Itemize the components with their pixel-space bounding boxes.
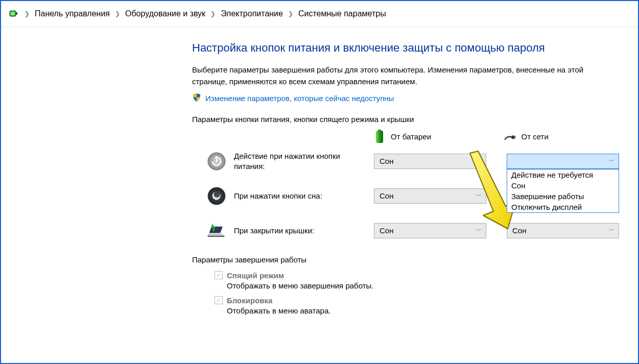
column-battery-label: От батареи bbox=[391, 132, 431, 141]
section-label-shutdown: Параметры завершения работы bbox=[192, 255, 614, 264]
chevron-down-icon: ﹀ bbox=[476, 192, 482, 200]
columns-header: От батареи От сети bbox=[192, 130, 614, 144]
page-title: Настройка кнопок питания и включение защ… bbox=[192, 41, 614, 55]
combo-sleep-battery[interactable]: Сон ﹀ bbox=[374, 188, 486, 204]
chevron-down-icon: ﹀ bbox=[609, 157, 614, 165]
dropdown-option[interactable]: Действие не требуется bbox=[507, 169, 619, 180]
chevron-down-icon: ﹀ bbox=[609, 227, 614, 234]
combo-lid-plugged[interactable]: Сон ﹀ bbox=[507, 223, 619, 238]
row-lid-close: При закрытии крышки: Сон ﹀ Сон ﹀ bbox=[192, 221, 614, 241]
combo-power-battery[interactable]: Сон ﹀ bbox=[374, 154, 486, 169]
shutdown-section: Параметры завершения работы ✓ Спящий реж… bbox=[192, 255, 614, 315]
breadcrumb-item-power[interactable]: Электропитание bbox=[221, 9, 283, 18]
power-button-icon bbox=[206, 151, 227, 172]
chevron-right-icon: ❯ bbox=[114, 10, 121, 17]
chevron-right-icon: ❯ bbox=[23, 10, 31, 17]
svg-rect-7 bbox=[514, 137, 515, 138]
chevron-right-icon: ❯ bbox=[287, 10, 294, 17]
combo-value: Сон bbox=[512, 226, 526, 235]
content-area: Настройка кнопок питания и включение защ… bbox=[1, 27, 634, 326]
breadcrumb: ❯ Панель управления ❯ Оборудование и зву… bbox=[1, 1, 638, 27]
check-row-lock: ✓ Блокировка Отображать в меню аватара. bbox=[192, 296, 614, 315]
page-description: Выберите параметры завершения работы для… bbox=[192, 64, 614, 88]
svg-point-11 bbox=[208, 187, 225, 205]
combo-power-plugged[interactable]: ﹀ Действие не требуется Сон Завершение р… bbox=[507, 154, 619, 169]
chevron-right-icon: ❯ bbox=[209, 10, 217, 17]
svg-rect-6 bbox=[514, 136, 515, 137]
window: ❯ Панель управления ❯ Оборудование и зву… bbox=[0, 0, 639, 364]
change-unavailable-settings-link[interactable]: Изменение параметров, которые сейчас нед… bbox=[205, 94, 394, 103]
section-label-buttons: Параметры кнопки питания, кнопки спящего… bbox=[192, 115, 614, 124]
dropdown-power-plugged: Действие не требуется Сон Завершение раб… bbox=[507, 169, 619, 213]
chevron-down-icon: ﹀ bbox=[476, 157, 482, 165]
plug-icon bbox=[504, 130, 516, 144]
battery-icon bbox=[373, 130, 386, 144]
svg-rect-4 bbox=[376, 131, 383, 143]
breadcrumb-item-system-settings[interactable]: Системные параметры bbox=[298, 9, 386, 18]
uac-link-row: Изменение параметров, которые сейчас нед… bbox=[192, 93, 614, 104]
checkbox-lock-desc: Отображать в меню аватара. bbox=[215, 306, 614, 315]
dropdown-option[interactable]: Отключить дисплей bbox=[507, 202, 619, 212]
dropdown-option[interactable]: Сон bbox=[507, 180, 619, 191]
laptop-lid-icon bbox=[206, 221, 227, 241]
row-lid-label: При закрытии крышки: bbox=[234, 226, 367, 236]
checkbox-sleep[interactable]: ✓ bbox=[215, 271, 223, 279]
power-options-icon bbox=[8, 8, 19, 19]
svg-rect-1 bbox=[16, 12, 17, 15]
breadcrumb-item-control-panel[interactable]: Панель управления bbox=[35, 9, 110, 18]
dropdown-option[interactable]: Завершение работы bbox=[507, 191, 619, 202]
svg-rect-5 bbox=[511, 135, 514, 138]
checkbox-sleep-label: Спящий режим bbox=[227, 271, 284, 280]
shield-icon bbox=[192, 93, 201, 104]
checkbox-sleep-desc: Отображать в меню завершения работы. bbox=[215, 281, 614, 290]
combo-value: Сон bbox=[380, 191, 393, 200]
column-battery: От батареи bbox=[373, 130, 484, 144]
checkbox-lock-label: Блокировка bbox=[227, 296, 272, 305]
row-power-label: Действие при нажатии кнопки питания: bbox=[234, 151, 367, 171]
combo-value: Сон bbox=[380, 226, 393, 235]
sleep-button-icon bbox=[206, 186, 227, 206]
combo-value: Сон bbox=[380, 157, 393, 165]
checkbox-lock[interactable]: ✓ bbox=[215, 296, 223, 304]
column-plugged: От сети bbox=[504, 130, 614, 144]
column-plugged-label: От сети bbox=[522, 132, 549, 141]
combo-lid-battery[interactable]: Сон ﹀ bbox=[374, 223, 486, 238]
row-power-button: Действие при нажатии кнопки питания: Сон… bbox=[192, 151, 614, 172]
breadcrumb-item-hardware[interactable]: Оборудование и звук bbox=[125, 9, 205, 18]
chevron-down-icon: ﹀ bbox=[476, 227, 482, 234]
row-sleep-label: При нажатии кнопки сна: bbox=[234, 191, 367, 201]
check-row-sleep: ✓ Спящий режим Отображать в меню заверше… bbox=[192, 271, 614, 290]
svg-rect-2 bbox=[11, 12, 15, 15]
